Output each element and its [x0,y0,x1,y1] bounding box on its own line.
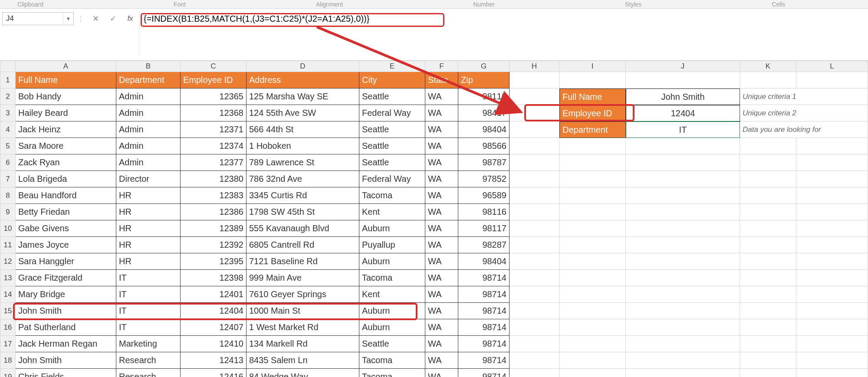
table-cell[interactable]: 12395 [181,253,247,270]
table-cell[interactable]: 98787 [458,154,510,171]
cell[interactable] [740,220,796,237]
col-header-D[interactable]: D [247,61,359,72]
table-cell[interactable]: 12380 [181,171,247,187]
table-cell[interactable]: WA [425,105,458,121]
table-cell[interactable]: Grace Fitzgerald [16,270,116,286]
col-header-I[interactable]: I [559,61,626,72]
table-cell[interactable]: 98714 [458,319,510,336]
col-header-F[interactable]: F [425,61,458,72]
cell[interactable] [559,270,626,286]
table-cell[interactable]: 84 Wedge Way [247,369,359,377]
cell[interactable] [510,187,559,204]
cell[interactable] [626,220,740,237]
table-cell[interactable]: 12407 [181,319,247,336]
table-cell[interactable]: WA [425,303,458,319]
row-header-10[interactable]: 10 [0,220,16,237]
cell[interactable] [626,286,740,303]
cell[interactable] [559,204,626,220]
cell[interactable] [626,303,740,319]
table-cell[interactable]: 98404 [458,253,510,270]
cell[interactable] [510,72,559,89]
table-cell[interactable]: 12389 [181,220,247,237]
table-cell[interactable]: HR [116,237,181,253]
cell[interactable] [559,303,626,319]
cell[interactable] [559,138,626,154]
cell[interactable] [510,121,559,138]
cell[interactable] [559,336,626,352]
col-header-J[interactable]: J [626,61,740,72]
table-cell[interactable]: Hailey Beard [16,105,116,121]
table-cell[interactable]: 98287 [458,237,510,253]
cell[interactable] [740,187,796,204]
table-cell[interactable]: 12392 [181,237,247,253]
lookup-value-empid[interactable]: 12404 [626,105,740,121]
cell[interactable] [559,369,626,377]
cell[interactable] [740,352,796,369]
table-cell[interactable]: 12410 [181,336,247,352]
row-header-8[interactable]: 8 [0,187,16,204]
select-all-corner[interactable] [0,61,16,72]
col-header-L[interactable]: L [796,61,868,72]
cell[interactable] [626,171,740,187]
table-cell[interactable]: Betty Friedan [16,204,116,220]
table-cell[interactable]: 555 Kavanaugh Blvd [247,220,359,237]
table-cell[interactable]: Zack Ryan [16,154,116,171]
col-header-K[interactable]: K [740,61,796,72]
cell[interactable] [740,319,796,336]
cell[interactable] [796,270,868,286]
table-cell[interactable]: 3345 Curtis Rd [247,187,359,204]
table-cell[interactable]: 98116 [458,204,510,220]
table-cell[interactable]: WA [425,89,458,105]
row-header-13[interactable]: 13 [0,270,16,286]
name-box-dropdown[interactable]: ▼ [63,13,73,25]
cell[interactable] [559,253,626,270]
table-cell[interactable]: WA [425,121,458,138]
cell[interactable] [796,154,868,171]
table-cell[interactable]: Pat Sutherland [16,319,116,336]
cell[interactable] [626,154,740,171]
table-cell[interactable]: WA [425,138,458,154]
cell[interactable] [796,187,868,204]
table-cell[interactable]: Jack Heinz [16,121,116,138]
table-cell[interactable]: Jack Herman Regan [16,336,116,352]
table-cell[interactable]: Sara Moore [16,138,116,154]
table-cell[interactable]: HR [116,253,181,270]
cell[interactable] [510,270,559,286]
table-cell[interactable]: Marketing [116,336,181,352]
cell[interactable] [796,171,868,187]
table-cell[interactable]: James Joyce [16,237,116,253]
table-cell[interactable]: Admin [116,121,181,138]
cell[interactable] [796,253,868,270]
table-cell[interactable]: HR [116,187,181,204]
cell[interactable] [626,138,740,154]
table-cell[interactable]: Sara Hanggler [16,253,116,270]
cell[interactable] [559,220,626,237]
row-header-16[interactable]: 16 [0,319,16,336]
cell[interactable] [510,105,559,121]
cell[interactable] [626,319,740,336]
table-cell[interactable]: Auburn [359,319,425,336]
cell[interactable] [510,336,559,352]
cell[interactable] [740,154,796,171]
table-cell[interactable]: 98566 [458,138,510,154]
table-cell[interactable]: 98714 [458,303,510,319]
table-cell[interactable]: 12404 [181,303,247,319]
table-cell[interactable]: Kent [359,204,425,220]
cell[interactable] [510,138,559,154]
cell[interactable] [559,319,626,336]
col-header-E[interactable]: E [359,61,425,72]
cell[interactable] [740,204,796,220]
table-cell[interactable]: Seattle [359,89,425,105]
table-cell[interactable]: Research [116,369,181,377]
table-cell[interactable]: WA [425,352,458,369]
table-cell[interactable]: Admin [116,89,181,105]
col-header-H[interactable]: H [510,61,559,72]
cell[interactable] [740,286,796,303]
row-header-5[interactable]: 5 [0,138,16,154]
cell[interactable] [510,89,559,105]
table-cell[interactable]: 12377 [181,154,247,171]
cell[interactable] [740,171,796,187]
table-cell[interactable]: 8435 Salem Ln [247,352,359,369]
cell[interactable] [740,237,796,253]
cell[interactable] [559,286,626,303]
